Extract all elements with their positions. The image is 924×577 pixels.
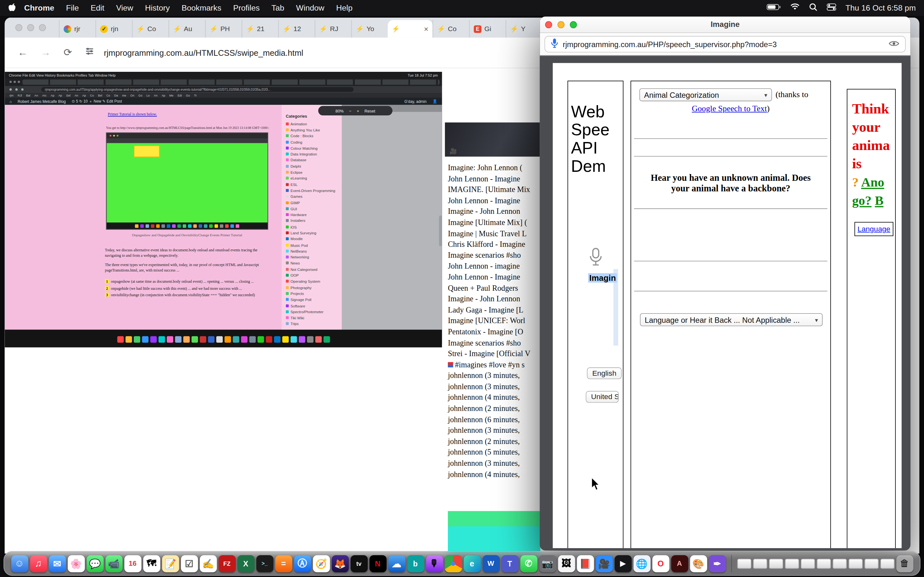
onedrive-icon[interactable]: ☁ — [388, 555, 405, 572]
inner-dock-icon[interactable] — [233, 336, 239, 342]
category-item[interactable]: OOP — [286, 272, 342, 278]
category-item[interactable]: Photography — [286, 284, 342, 290]
video-list-item[interactable]: John Lennon - Imagine — [445, 195, 540, 206]
bookmark-chip[interactable]: Co — [90, 93, 94, 97]
chrome-tab[interactable]: ⚡12 — [278, 20, 315, 37]
calendar-icon[interactable]: 16 — [124, 555, 141, 572]
wifi-icon[interactable] — [790, 3, 799, 13]
language-hear-back-select[interactable]: Language or Hear it Back ... Not Applica… — [640, 313, 822, 326]
language-link[interactable]: Language — [858, 225, 890, 234]
video-list-item[interactable]: johnlennon (3 minutes, — [445, 458, 540, 469]
opera-icon[interactable]: O — [652, 555, 669, 572]
category-item[interactable]: Projects — [286, 290, 342, 297]
messages-icon[interactable]: 💬 — [86, 555, 103, 572]
bookmark-chip[interactable]: RJl — [18, 93, 22, 97]
inner-dock-icon[interactable] — [208, 336, 214, 342]
firefox-icon[interactable]: 🦊 — [331, 555, 349, 572]
video-list-item[interactable]: Imagine [UNICEF: Worl — [445, 316, 540, 327]
preview-icon[interactable]: 🖼 — [557, 555, 575, 572]
calculator-icon[interactable]: = — [275, 555, 292, 572]
video-list-item[interactable]: Pentatonix - Imagine [O — [445, 327, 540, 338]
inner-dock-icon[interactable] — [290, 336, 297, 342]
bookmark-chip[interactable]: Go — [186, 93, 190, 97]
filezilla-icon[interactable]: FZ — [218, 555, 236, 572]
inner-dock-icon[interactable] — [315, 336, 321, 342]
trash-icon[interactable]: 🗑 — [896, 555, 913, 572]
bookmark-chip[interactable]: An — [74, 93, 78, 97]
video-list-item[interactable]: johnlennon (3 minutes, — [445, 371, 540, 382]
chrome-tab[interactable]: ⚡Au — [168, 20, 205, 37]
zoom-control[interactable]: Reset — [365, 109, 375, 113]
pen-icon[interactable]: ✒ — [709, 555, 726, 572]
site-settings-icon[interactable] — [85, 47, 94, 59]
bookmark-chip[interactable]: Sel — [66, 93, 70, 97]
word-icon[interactable]: W — [482, 555, 499, 572]
category-item[interactable]: Hardware — [286, 211, 342, 218]
chrome-tab[interactable]: EGi — [469, 20, 506, 37]
chrome-tab[interactable]: ⚡Co — [433, 20, 469, 37]
notes-icon[interactable]: 📝 — [162, 555, 179, 572]
bookmark-chip[interactable]: Co — [106, 93, 110, 97]
minimized-window-thumb[interactable] — [864, 558, 879, 568]
video-list-item[interactable]: johnlennon (3 minutes, — [445, 382, 540, 392]
maps-icon[interactable]: 🗺 — [143, 555, 160, 572]
minimized-window-thumb[interactable] — [817, 558, 830, 568]
window-zoom-button[interactable] — [39, 24, 46, 31]
minimized-window-thumb[interactable] — [753, 558, 767, 568]
bookmark-chip[interactable]: On — [130, 93, 134, 97]
inner-dock-icon[interactable] — [307, 336, 313, 342]
video-list-item[interactable]: johnlennon (4 minutes, — [445, 392, 540, 403]
menu-item-window[interactable]: Window — [296, 3, 325, 13]
category-item[interactable]: GIMP — [286, 199, 342, 205]
minimized-window-thumb[interactable] — [800, 558, 814, 568]
chrome-tab[interactable]: ⚡PH — [205, 20, 242, 37]
category-item[interactable]: Coding — [286, 139, 342, 145]
inner-dock-icon[interactable] — [257, 336, 264, 342]
video-list-item[interactable]: johnlennon (5 minutes, — [445, 447, 540, 458]
video-list-item[interactable]: Imagine: John Lennon ( — [445, 163, 540, 173]
menu-item-file[interactable]: File — [66, 3, 79, 13]
zoom-icon[interactable]: 🎥 — [596, 555, 612, 572]
category-item[interactable]: Not Categorised — [286, 266, 342, 272]
menu-item-profiles[interactable]: Profiles — [233, 3, 260, 13]
menu-item-bookmarks[interactable]: Bookmarks — [182, 3, 221, 13]
video-list-item[interactable]: John Lennon - imagine — [445, 261, 540, 272]
category-item[interactable]: Signage Poll — [286, 297, 342, 303]
teams-icon[interactable]: T — [501, 555, 518, 572]
category-item[interactable]: Trips — [286, 321, 342, 327]
google-speech-link[interactable]: Google Speech to Text — [692, 104, 767, 113]
animal-categorization-select[interactable]: Animal Categorization ▾ — [640, 89, 772, 101]
menu-item-history[interactable]: History — [145, 3, 170, 13]
address-bar[interactable]: rjmprogramming.com.au/HTMLCSS/swipe_medi… — [104, 48, 304, 57]
chrome-tab[interactable]: ⚡Yo — [351, 20, 388, 37]
apple-menu-icon[interactable] — [8, 3, 16, 13]
imagine-address-bar[interactable]: rjmprogramming.com.au/PHP/speech_supervi… — [544, 36, 906, 52]
inner-dock-icon[interactable] — [265, 336, 272, 342]
appstore-icon[interactable]: Ⓐ — [294, 555, 311, 572]
inner-dock-icon[interactable] — [216, 336, 222, 342]
mic-icon[interactable] — [551, 38, 558, 50]
bookmark-chip[interactable]: Ap — [82, 93, 86, 97]
window-close-button[interactable] — [15, 24, 23, 31]
video-list-item[interactable]: Imagine - John Lennon — [445, 206, 540, 218]
podcasts-icon[interactable]: 🎙 — [426, 555, 443, 572]
video-list-item[interactable]: johnlennon (4 minutes, — [445, 469, 540, 480]
netflix-icon[interactable]: N — [369, 555, 386, 572]
inner-dock-icon[interactable] — [134, 336, 140, 342]
inner-dock-icon[interactable] — [117, 336, 124, 342]
forward-button[interactable]: → — [41, 47, 51, 59]
freeform-icon[interactable]: ✍ — [200, 555, 216, 572]
category-item[interactable]: NetBeans — [286, 248, 342, 254]
mail-icon[interactable]: ✉ — [49, 555, 66, 572]
spotlight-icon[interactable] — [809, 3, 817, 13]
chrome-tab[interactable]: ⚡21 — [242, 20, 278, 37]
category-item[interactable]: Games — [286, 193, 342, 199]
inner-dock-icon[interactable] — [175, 336, 181, 342]
category-item[interactable]: Animation — [286, 121, 342, 127]
language-link-box[interactable]: Language — [855, 222, 893, 236]
category-item[interactable]: Event-Driven Programming — [286, 187, 342, 193]
category-item[interactable]: iOS — [286, 224, 342, 230]
inner-dock-icon[interactable] — [200, 336, 206, 342]
inner-dock-icon[interactable] — [323, 336, 330, 342]
english-button[interactable]: English — [587, 367, 622, 379]
